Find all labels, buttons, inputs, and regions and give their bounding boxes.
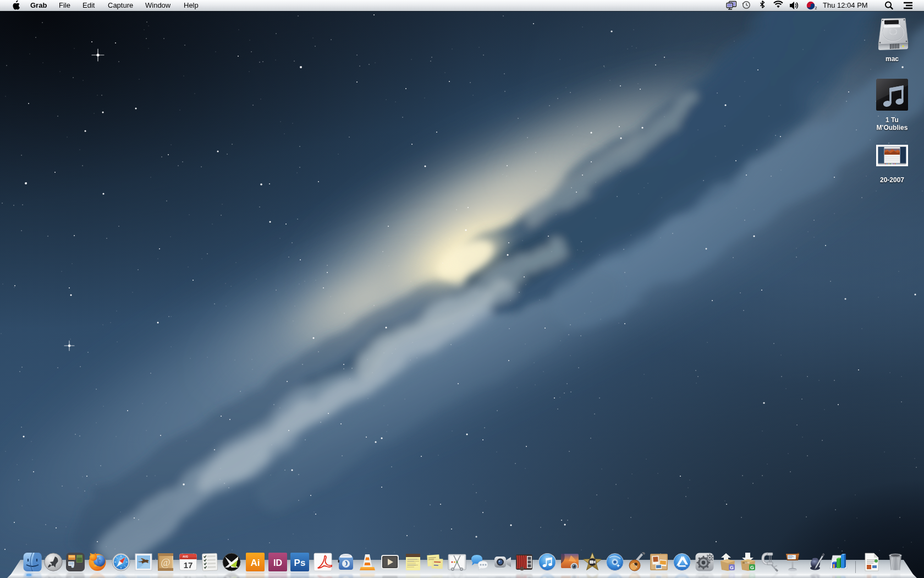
svg-text:17: 17 (184, 575, 193, 578)
svg-text:G: G (730, 574, 734, 578)
svg-text:G: G (750, 565, 754, 570)
svg-text:Ps: Ps (294, 576, 306, 578)
svg-text:Ai: Ai (251, 576, 260, 578)
svg-text:17: 17 (184, 560, 193, 570)
svg-text:2: 2 (815, 6, 817, 10)
svg-text:Ps: Ps (294, 558, 306, 568)
svg-text:AUG: AUG (183, 555, 188, 558)
svg-text:G: G (750, 574, 754, 578)
svg-text:Ai: Ai (251, 558, 260, 568)
svg-text:G: G (730, 565, 734, 570)
svg-text:@: @ (161, 557, 170, 568)
svg-text:ID: ID (273, 558, 282, 568)
svg-text:@: @ (161, 576, 170, 578)
svg-text:SITX: SITX (745, 561, 750, 564)
